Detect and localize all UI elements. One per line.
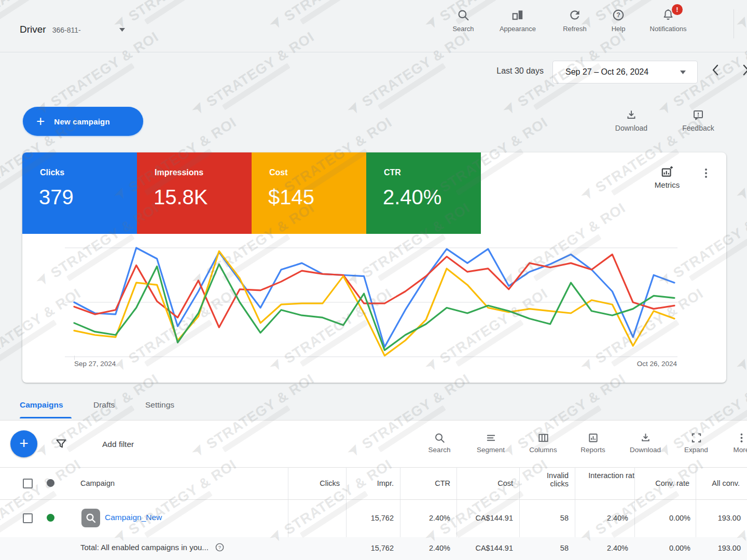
next-period-chevron-right[interactable]	[740, 64, 747, 76]
tool-segment[interactable]: Segment	[467, 432, 514, 454]
col-header-ctr[interactable]: CTR	[435, 479, 450, 487]
cell-all-conv: 193.00	[718, 514, 741, 522]
plus-icon: +	[36, 114, 45, 129]
feedback-button[interactable]: Feedback	[673, 109, 723, 132]
topnav-notifications[interactable]: ! Notifications	[645, 8, 691, 33]
toolbar-divider	[0, 467, 747, 468]
tool-reports-label: Reports	[570, 446, 616, 454]
date-range-value: Sep 27 – Oct 26, 2024	[565, 67, 648, 77]
scorecard-cost[interactable]: Cost $145	[252, 152, 366, 234]
segment-icon	[485, 432, 497, 444]
tool-download-label: Download	[622, 446, 669, 454]
performance-trend-chart[interactable]	[65, 239, 680, 366]
total-invalid-clicks: 58	[560, 544, 569, 552]
metrics-label: Metrics	[645, 180, 689, 189]
row-status-dot[interactable]	[47, 514, 54, 522]
tool-expand[interactable]: Expand	[673, 432, 720, 454]
total-label-text: Total: All enabled campaigns in you...	[80, 543, 209, 552]
topnav-help[interactable]: ? Help	[595, 8, 642, 33]
topnav-search[interactable]: Search	[440, 8, 487, 33]
scorecard-impressions[interactable]: Impressions 15.8K	[137, 152, 252, 234]
scorecard-impressions-value: 15.8K	[154, 186, 208, 209]
metrics-button[interactable]: Metrics	[645, 165, 689, 189]
new-campaign-label: New campaign	[54, 117, 109, 126]
previous-period-chevron-left[interactable]	[711, 64, 721, 76]
cell-conv-rate: 0.00%	[669, 514, 690, 522]
account-selector[interactable]: Driver 366-811-	[20, 24, 81, 35]
more-kebab-icon	[736, 432, 747, 444]
col-header-campaign[interactable]: Campaign	[80, 479, 115, 487]
tool-download[interactable]: Download	[622, 432, 669, 454]
date-range-picker[interactable]: Sep 27 – Oct 26, 2024	[552, 61, 698, 83]
col-header-impr[interactable]: Impr.	[377, 479, 394, 487]
chart-more-kebab-icon[interactable]	[700, 167, 712, 179]
x-axis-tick	[74, 356, 75, 360]
campaign-name-link[interactable]: Campaign_New	[105, 513, 162, 522]
filter-funnel-icon[interactable]	[55, 438, 67, 450]
reports-icon	[587, 432, 599, 444]
tool-more[interactable]: More	[718, 432, 747, 454]
download-label: Download	[606, 124, 656, 132]
download-chart-button[interactable]: Download	[606, 109, 656, 132]
search-icon	[457, 8, 470, 22]
topnav-refresh[interactable]: Refresh	[551, 8, 598, 33]
status-filter-dot[interactable]	[47, 479, 54, 487]
tool-columns[interactable]: Columns	[520, 432, 566, 454]
tab-drafts[interactable]: Drafts	[93, 400, 115, 410]
scorecard-clicks[interactable]: Clicks 379	[22, 152, 137, 234]
expand-icon	[690, 432, 702, 444]
col-header-invalid-clicks[interactable]: Invalid clicks	[536, 471, 569, 488]
select-all-checkbox[interactable]	[23, 479, 33, 488]
total-row-label: Total: All enabled campaigns in you... ?	[80, 542, 225, 552]
svg-text:?: ?	[616, 11, 620, 19]
watermark: ➤ STRATEGY & ROI	[737, 114, 747, 209]
cell-interaction-rate: 2.40%	[607, 514, 628, 522]
download-icon	[640, 432, 652, 444]
search-campaign-icon	[81, 509, 100, 527]
date-caret-down-icon	[680, 71, 686, 74]
col-header-conv-rate[interactable]: Conv. rate	[655, 479, 689, 487]
tool-search[interactable]: Search	[416, 432, 463, 454]
help-circle-icon[interactable]: ?	[215, 542, 225, 552]
watermark-arrow-icon: ➤	[500, 99, 519, 116]
scorecard-clicks-value: 379	[39, 186, 74, 209]
total-all-conv: 193.00	[718, 544, 741, 552]
active-tab-underline	[20, 417, 72, 418]
total-impr: 15,762	[371, 544, 394, 552]
watermark-arrow-icon: ➤	[734, 356, 747, 372]
account-caret-down-icon[interactable]	[119, 28, 125, 32]
notification-badge: !	[672, 4, 683, 15]
topnav-appearance[interactable]: Appearance	[494, 8, 541, 33]
total-ctr: 2.40%	[429, 544, 450, 552]
tab-campaigns[interactable]: Campaigns	[20, 400, 63, 410]
tab-settings[interactable]: Settings	[145, 400, 174, 410]
new-campaign-button[interactable]: + New campaign	[23, 107, 143, 136]
tool-search-label: Search	[416, 446, 463, 454]
account-id: 366-811-	[52, 26, 81, 34]
cell-cost: CA$144.91	[475, 514, 513, 522]
scorecard-ctr-label: CTR	[384, 168, 401, 177]
scorecard-cost-label: Cost	[269, 168, 288, 177]
refresh-icon	[568, 8, 582, 22]
total-conv-rate: 0.00%	[669, 544, 690, 552]
download-icon	[625, 109, 638, 121]
col-header-clicks[interactable]: Clicks	[320, 479, 340, 487]
topnav-refresh-label: Refresh	[551, 25, 598, 33]
x-axis-end-label: Oct 26, 2024	[637, 360, 677, 368]
add-filter-button[interactable]: Add filter	[102, 440, 134, 449]
tool-reports[interactable]: Reports	[570, 432, 616, 454]
scorecard-ctr[interactable]: CTR 2.40%	[366, 152, 481, 234]
col-header-interaction-rate[interactable]: Interaction rate	[576, 471, 634, 480]
overview-chart-card: Clicks 379 Impressions 15.8K Cost $145 C…	[22, 152, 726, 383]
col-header-cost[interactable]: Cost	[497, 479, 513, 487]
watermark: ➤ STRATEGY & ROI	[737, 285, 747, 380]
row-checkbox[interactable]	[23, 513, 33, 523]
scorecard-cost-value: $145	[268, 186, 314, 209]
scorecard-ctr-value: 2.40%	[383, 186, 441, 209]
cell-invalid-clicks: 58	[560, 514, 569, 522]
col-header-all-conv[interactable]: All conv.	[712, 479, 740, 487]
top-bar: Driver 366-811- Search Appearance Refres…	[0, 0, 747, 52]
add-campaign-fab[interactable]: +	[10, 430, 37, 457]
tool-expand-label: Expand	[673, 446, 720, 454]
topnav-notifications-label: Notifications	[645, 25, 691, 33]
